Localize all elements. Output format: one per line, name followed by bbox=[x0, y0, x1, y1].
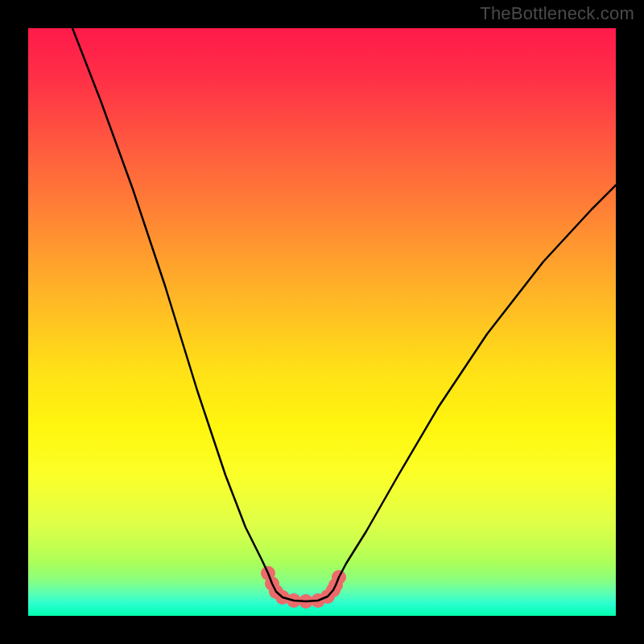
chart-svg bbox=[28, 28, 616, 616]
watermark-text: TheBottleneck.com bbox=[480, 3, 634, 24]
plot-area bbox=[28, 28, 616, 616]
bottleneck-curve bbox=[72, 28, 616, 601]
frame: TheBottleneck.com bbox=[0, 0, 644, 644]
